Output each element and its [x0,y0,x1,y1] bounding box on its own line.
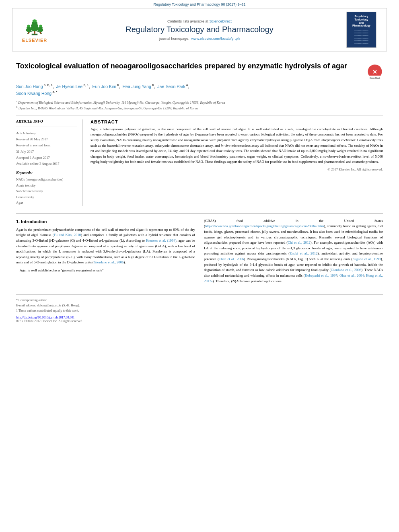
homepage-link[interactable]: www.elsevier.com/locate/yrtph [191,37,240,41]
journal-title-header: Regulatory Toxicology and Pharmacology [57,25,342,34]
doi-link[interactable]: http://dx.doi.org/10.1016/j.yrtph.2017.0… [16,316,74,319]
keyword-4: Genotoxicity [16,194,77,200]
article-title: Toxicological evaluation of neoagaroolig… [16,62,363,71]
ref-giordano-2006[interactable]: Giordano et al., 2006 [94,260,124,264]
abstract-header: ABSTRACT [90,119,383,124]
available-online: Available online 3 August 2017 [16,161,77,167]
ref-fu-kim-2010[interactable]: Fu and Kim, 2010 [54,233,81,237]
footer-section: * Corresponding author. E-mail address: … [16,294,383,322]
copyright-line: © 2017 Elsevier Inc. All rights reserved… [90,167,383,171]
received-revised-date: 31 July 2017 [16,149,77,155]
affiliations: a Department of Biological Science and B… [16,99,383,111]
journal-center-info: Contents lists available at ScienceDirec… [53,19,346,41]
intro-p1: Agar is the predominant polysaccharide c… [16,227,195,265]
received-revised-label: Received in revised form [16,142,77,148]
author-soon-kwang-hong[interactable]: Soon-Kwang Hong [16,91,51,96]
svg-text:CrossMark: CrossMark [370,77,380,79]
ref-chen-2006[interactable]: Chen et al., 2006 [219,257,244,261]
section-number-1: 1. Introduction [16,218,195,225]
ref-enoki-2012[interactable]: Enoki et al., 2012 [290,251,317,255]
ref-giordano-2006b[interactable]: Giordano et al., 2006 [331,268,361,272]
keyword-5: Agar [16,200,77,205]
body-col-right: (GRAS) food additive in the United State… [204,218,383,287]
top-citation-bar: Regulatory Toxicology and Pharmacology 9… [0,0,399,8]
ref-chi-2012[interactable]: Chi et al., 2012 [288,240,310,244]
crossmark-icon[interactable]: ✕ CrossMark CrossMark [367,64,383,80]
page-wrapper: Regulatory Toxicology and Pharmacology 9… [0,0,399,532]
ref-kobayashi-1997[interactable]: Kobayashi et al., 1997 [305,273,337,277]
keywords-list: NAOs (neoagarooligosaccharides) Acute to… [16,177,77,205]
author-jae-seon-park[interactable]: Jae-Seon Park [157,84,185,89]
intro-p3: (GRAS) food additive in the United State… [204,218,383,284]
journal-cover-section: RegulatoryToxicologyandPharmacology ====… [346,12,383,48]
homepage-line: journal homepage: www.elsevier.com/locat… [57,37,342,41]
corresponding-label: * Corresponding author. [16,298,383,303]
footer-corresponding-note: * Corresponding author. E-mail address: … [16,298,383,313]
author-eun-joo-kim[interactable]: Eun Joo Kim [93,84,117,89]
elsevier-logo-section: ELSEVIER [16,17,53,43]
received-date: Received 30 May 2017 [16,136,77,142]
introduction-section: 1. Introduction Agar is the predominant … [16,213,383,287]
body-col-left: 1. Introduction Agar is the predominant … [16,218,195,287]
journal-cover-thumbnail: RegulatoryToxicologyandPharmacology ====… [346,12,376,48]
ref-knutsen-1994[interactable]: Knutsen et al. (1994) [146,238,177,242]
elsevier-tree-icon [23,17,47,37]
author-je-hyeon-lee[interactable]: Je-Hyeon Lee [56,84,82,89]
author-sun-joo-hong[interactable]: Sun Joo Hong [16,84,43,89]
keywords-section: Keywords: NAOs (neoagarooligosaccharides… [16,171,77,205]
top-citation-text: Regulatory Toxicology and Pharmacology 9… [154,2,246,6]
svg-point-13 [39,25,42,27]
author-hea-jung-yang[interactable]: Hea Jung Yang [122,84,151,89]
article-info-column: ARTICLE INFO Article history: Received 3… [16,119,82,206]
journal-header: ELSEVIER Contents lists available at Sci… [12,8,387,51]
abstract-text: Agar, a heterogeneous polymer of galacto… [90,127,383,165]
ref-sugano-1993[interactable]: Sugano et al., 1993 [352,257,380,261]
article-history: Article history: Received 30 May 2017 Re… [16,130,77,167]
authors-line: Sun Joo Hong a, b, 1, Je-Hyeon Lee b, 1,… [16,83,383,97]
keywords-header: Keywords: [16,171,77,175]
article-title-section: Toxicological evaluation of neoagaroolig… [16,58,383,80]
svg-point-5 [33,19,37,22]
keyword-1: NAOs (neoagarooligosaccharides) [16,177,77,182]
ref-ohta-2004[interactable]: Ohta et al., 2004 [339,273,364,277]
accepted-date: Accepted 1 August 2017 [16,155,77,161]
footer-doi[interactable]: http://dx.doi.org/10.1016/j.yrtph.2017.0… [16,316,383,319]
keyword-2: Acute toxicity [16,183,77,188]
abstract-column: ABSTRACT Agar, a heterogeneous polymer o… [90,119,383,206]
footnote1: 1 These authors contributed equally to t… [16,308,383,314]
email-line: E-mail address: skhong@mju.ac.kr (S.-K. … [16,303,383,308]
contents-available-line: Contents lists available at ScienceDirec… [57,19,342,23]
body-two-column: 1. Introduction Agar is the predominant … [16,218,383,287]
divider [16,127,77,127]
footer-issn: 0273-2300/© 2017 Elsevier Inc. All right… [16,319,383,323]
ref-fda-url[interactable]: https://www.fda.gov/food/ingredientspack… [205,224,324,228]
sciencedirect-link[interactable]: ScienceDirect [210,19,232,23]
keyword-3: Subchronic toxicity [16,188,77,194]
elsevier-logo: ELSEVIER [16,17,53,43]
svg-point-9 [27,25,30,27]
intro-p2: Agar is well established as a "generally… [16,268,195,273]
article-info-header: ARTICLE INFO [16,119,77,123]
svg-rect-0 [32,34,38,35]
article-info-abstract-section: ARTICLE INFO Article history: Received 3… [16,115,383,206]
history-label: Article history: [16,130,77,136]
svg-text:✕: ✕ [372,69,377,75]
elsevier-wordmark: ELSEVIER [22,38,47,43]
article-content: Toxicological evaluation of neoagaroolig… [0,51,399,331]
